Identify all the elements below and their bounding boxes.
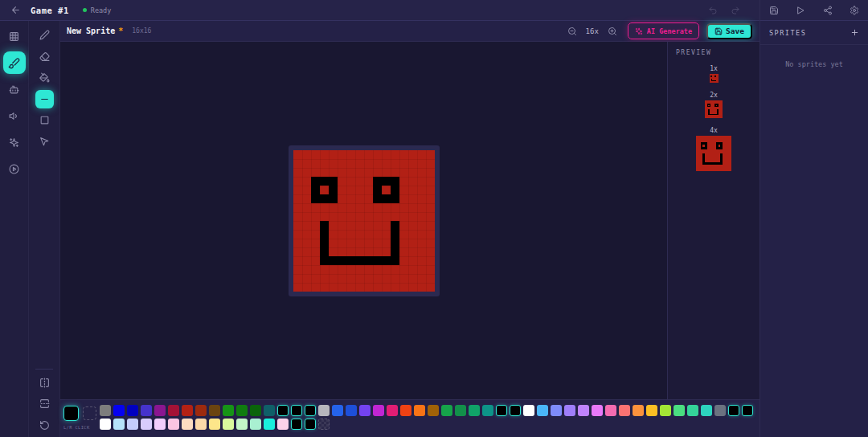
sprites-empty-text: No sprites yet [760,60,868,68]
palette-swatch[interactable] [223,419,234,430]
nav-item-sprite-editor[interactable] [3,51,26,74]
palette-swatch[interactable] [250,405,261,416]
palette-swatch[interactable] [264,419,275,430]
palette-swatch[interactable] [605,405,616,416]
palette-swatch[interactable] [250,419,261,430]
undo-icon[interactable] [708,6,718,15]
palette-swatch[interactable] [537,405,548,416]
redo-icon[interactable] [731,6,740,15]
palette-swatch[interactable] [182,405,193,416]
play-circle-icon [9,164,19,174]
palette-swatch[interactable] [154,405,166,416]
zoom-in-icon[interactable] [608,27,617,36]
palette-swatch[interactable] [305,405,316,416]
palette-hint: L/R CLICK [63,425,90,430]
palette-swatch[interactable] [291,419,302,430]
palette-swatch[interactable] [359,405,371,416]
tool-select[interactable] [35,133,54,151]
settings-icon[interactable] [850,6,859,15]
palette-swatch[interactable] [373,405,384,416]
tool-rectangle[interactable] [35,111,54,129]
nav-item-sounds[interactable] [3,104,26,127]
palette-swatch[interactable] [113,405,125,416]
share-icon[interactable] [823,6,833,15]
palette-swatch[interactable] [674,405,685,416]
tool-flip-horizontal[interactable] [35,374,54,392]
palette-swatch[interactable] [141,405,152,416]
palette-swatch[interactable] [209,405,220,416]
palette-swatch[interactable] [113,419,125,430]
palette-swatch[interactable] [742,405,753,416]
palette-swatch[interactable] [277,419,289,430]
nav-item-play[interactable] [3,157,26,180]
palette-swatch[interactable] [414,405,425,416]
run-game-icon[interactable] [796,6,805,15]
palette-swatch[interactable] [127,419,138,430]
palette-swatch[interactable] [482,405,493,416]
palette-swatch[interactable] [496,405,507,416]
add-sprite-icon[interactable] [850,28,859,37]
ai-generate-button[interactable]: AI Generate [628,22,699,39]
palette-swatch[interactable] [223,405,234,416]
palette-swatch[interactable] [318,419,330,430]
save-project-icon[interactable] [769,6,779,15]
palette-swatch[interactable] [701,405,712,416]
tool-rotate[interactable] [35,416,54,435]
palette-swatch[interactable] [236,419,248,430]
palette-swatch[interactable] [633,405,644,416]
nav-item-tilemap[interactable] [3,25,26,47]
palette-swatch[interactable] [592,405,603,416]
palette-swatch[interactable] [687,405,698,416]
palette-swatch[interactable] [578,405,589,416]
primary-color-swatch[interactable] [63,406,79,421]
palette-swatch[interactable] [127,405,138,416]
palette-swatch[interactable] [318,405,330,416]
palette-swatch[interactable] [387,405,398,416]
palette-swatch[interactable] [195,419,207,430]
secondary-color-swatch[interactable] [83,406,96,420]
palette-swatch[interactable] [141,419,152,430]
palette-swatch[interactable] [305,419,316,430]
pixel-canvas[interactable] [293,150,435,292]
nav-item-effects[interactable] [3,131,26,153]
palette-swatch[interactable] [332,405,343,416]
tool-line[interactable] [35,90,54,108]
palette-swatch[interactable] [455,405,466,416]
palette-swatch[interactable] [551,405,562,416]
palette-swatch[interactable] [469,405,480,416]
palette-swatch[interactable] [291,405,302,416]
palette-swatch[interactable] [264,405,275,416]
tool-eraser[interactable] [35,47,54,66]
flip-v-icon [39,398,50,409]
sprite-name[interactable]: New Sprite [67,27,115,35]
palette-swatch[interactable] [728,405,739,416]
nav-item-entities[interactable] [3,78,26,100]
palette-swatch[interactable] [168,405,179,416]
palette-swatch[interactable] [195,405,207,416]
palette-swatch[interactable] [619,405,630,416]
palette-swatch[interactable] [182,419,193,430]
tool-fill[interactable] [35,68,54,87]
back-icon[interactable] [10,5,21,15]
palette-swatch[interactable] [168,419,179,430]
palette-swatch[interactable] [209,419,220,430]
palette-swatch[interactable] [714,405,726,416]
palette-swatch[interactable] [346,405,357,416]
zoom-out-icon[interactable] [567,27,577,36]
tool-pencil[interactable] [35,26,54,44]
palette-swatch[interactable] [564,405,575,416]
palette-swatch[interactable] [428,405,439,416]
palette-swatch[interactable] [660,405,671,416]
palette-swatch[interactable] [100,419,111,430]
palette-swatch[interactable] [100,405,111,416]
palette-swatch[interactable] [277,405,289,416]
palette-swatch[interactable] [236,405,248,416]
palette-swatch[interactable] [646,405,657,416]
palette-swatch[interactable] [400,405,411,416]
palette-swatch[interactable] [441,405,452,416]
palette-swatch[interactable] [510,405,521,416]
palette-swatch[interactable] [523,405,534,416]
tool-flip-vertical[interactable] [35,394,54,413]
palette-swatch[interactable] [154,419,166,430]
save-sprite-button[interactable]: Save [706,23,752,39]
